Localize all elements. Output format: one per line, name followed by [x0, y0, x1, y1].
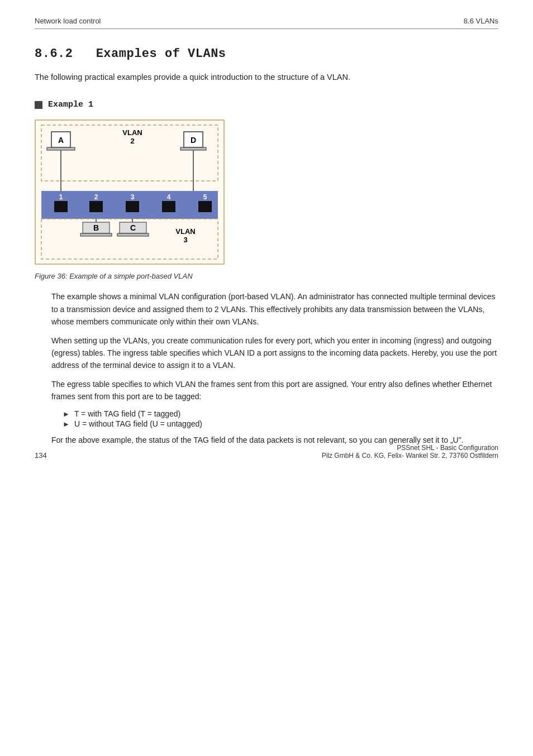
svg-text:C: C — [130, 223, 136, 232]
svg-text:VLAN: VLAN — [175, 227, 195, 236]
svg-text:A: A — [58, 136, 64, 145]
example1-label: Example 1 — [48, 100, 93, 109]
svg-text:4: 4 — [167, 193, 171, 201]
bullet-1-text: T = with TAG field (T = tagged) — [74, 409, 180, 418]
svg-text:B: B — [93, 223, 99, 232]
svg-text:2: 2 — [130, 137, 134, 145]
svg-text:1: 1 — [59, 193, 63, 201]
svg-text:3: 3 — [183, 236, 187, 244]
svg-rect-28 — [80, 233, 112, 236]
bullet-2-text: U = without TAG field (U = untagged) — [74, 419, 202, 428]
vlan-diagram: VLAN 2 A D 1 2 — [35, 119, 225, 266]
svg-rect-23 — [198, 201, 212, 212]
footer: 134 PSSnet SHL - Basic Configuration Pil… — [35, 444, 498, 460]
intro-paragraph: The following practical examples provide… — [35, 71, 498, 83]
svg-text:VLAN: VLAN — [122, 128, 142, 137]
footer-right: PSSnet SHL - Basic Configuration Pilz Gm… — [322, 444, 498, 460]
figure-caption: Figure 36: Example of a simple port-base… — [35, 272, 498, 280]
svg-rect-10 — [180, 147, 206, 150]
header-right: 8.6 VLANs — [464, 17, 498, 25]
svg-text:3: 3 — [131, 193, 135, 201]
svg-text:5: 5 — [203, 193, 207, 201]
svg-rect-19 — [126, 201, 139, 212]
paragraph-3: The egress table specifies to which VLAN… — [51, 378, 498, 403]
svg-rect-31 — [117, 233, 149, 236]
paragraph-1: The example shows a minimal VLAN configu… — [51, 290, 498, 327]
header-left: Network load control — [35, 17, 101, 25]
bullet-1: ► T = with TAG field (T = tagged) — [63, 409, 498, 418]
section-title: 8.6.2 Examples of VLANs — [35, 47, 498, 61]
svg-rect-7 — [47, 147, 75, 150]
paragraph-2: When setting up the VLANs, you create co… — [51, 334, 498, 371]
body-text-block: The example shows a minimal VLAN configu… — [51, 290, 498, 446]
bullet-2: ► U = without TAG field (U = untagged) — [63, 419, 498, 428]
example1-heading: Example 1 — [35, 100, 498, 109]
svg-text:2: 2 — [94, 193, 98, 201]
svg-rect-21 — [162, 201, 175, 212]
svg-rect-17 — [89, 201, 103, 212]
svg-text:D: D — [191, 136, 196, 145]
page-number: 134 — [35, 451, 47, 460]
bullet-square-icon — [35, 101, 42, 109]
svg-rect-15 — [54, 201, 68, 212]
